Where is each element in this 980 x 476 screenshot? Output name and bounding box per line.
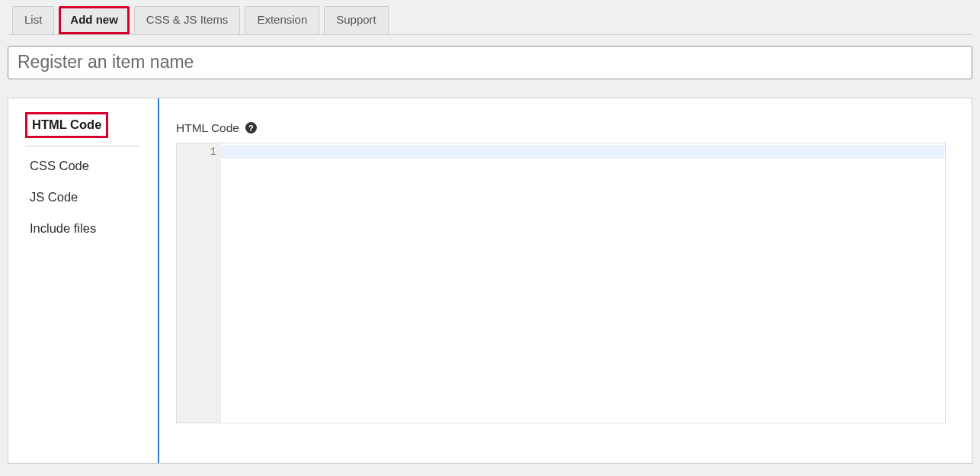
item-name-input[interactable]	[8, 46, 972, 79]
side-tab-include-files[interactable]: Include files	[25, 214, 139, 245]
code-editor: 1	[176, 143, 946, 423]
code-gutter: 1	[177, 143, 221, 423]
editor-label: HTML Code	[176, 121, 239, 135]
editor-panel: HTML Code CSS Code JS Code Include files…	[8, 98, 972, 464]
editor-content: HTML Code ? 1	[159, 98, 972, 463]
top-tabs: List Add new CSS & JS Items Extension Su…	[8, 0, 972, 35]
side-tab-css[interactable]: CSS Code	[25, 151, 139, 182]
help-icon[interactable]: ?	[245, 122, 257, 133]
tab-extension[interactable]: Extension	[245, 6, 319, 34]
side-tabs: HTML Code CSS Code JS Code Include files	[8, 98, 159, 463]
tab-list[interactable]: List	[12, 6, 54, 34]
tab-add-new[interactable]: Add new	[59, 6, 130, 34]
side-tab-html[interactable]: HTML Code	[25, 112, 108, 139]
side-tab-js[interactable]: JS Code	[25, 182, 139, 214]
tab-support[interactable]: Support	[324, 6, 389, 34]
tab-css-js-items[interactable]: CSS & JS Items	[134, 6, 241, 34]
code-textarea[interactable]	[221, 143, 945, 423]
line-number: 1	[177, 145, 216, 159]
